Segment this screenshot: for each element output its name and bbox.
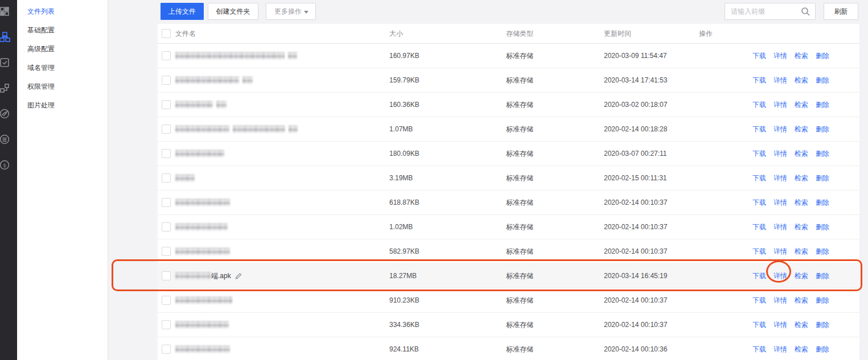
menu-item-2[interactable]: 高级配置: [17, 40, 108, 59]
action-link-3[interactable]: 删除: [816, 173, 829, 183]
action-link-2[interactable]: 检索: [795, 149, 808, 159]
action-link-2[interactable]: 检索: [795, 296, 808, 305]
prefix-search-input[interactable]: [725, 3, 798, 19]
action-link-3[interactable]: 删除: [816, 222, 829, 232]
redacted-file-name-block: [175, 175, 195, 182]
action-link-0[interactable]: 下载: [752, 100, 766, 110]
share-network-icon[interactable]: [0, 82, 11, 94]
select-all-checkbox[interactable]: [162, 29, 171, 38]
action-link-2[interactable]: 检索: [795, 271, 808, 281]
action-link-1[interactable]: 详情: [774, 271, 787, 281]
more-actions-dropdown[interactable]: 更多操作: [266, 3, 316, 20]
action-link-3[interactable]: 删除: [816, 100, 829, 110]
action-link-0[interactable]: 下载: [752, 198, 766, 208]
icon-rail: $: [0, 0, 17, 360]
row-checkbox[interactable]: [162, 125, 171, 134]
action-link-1[interactable]: 详情: [774, 149, 787, 159]
row-checkbox[interactable]: [162, 51, 171, 60]
action-link-1[interactable]: 详情: [774, 296, 787, 305]
action-link-0[interactable]: 下载: [752, 222, 766, 232]
action-link-2[interactable]: 检索: [795, 51, 808, 61]
redacted-file-name-block: [175, 321, 229, 329]
action-link-3[interactable]: 删除: [816, 320, 829, 330]
row-checkbox[interactable]: [162, 345, 171, 354]
action-link-1[interactable]: 详情: [774, 100, 787, 110]
row-checkbox[interactable]: [162, 320, 171, 329]
billing-dollar-icon[interactable]: $: [0, 159, 11, 171]
menu-item-3[interactable]: 域名管理: [17, 59, 108, 77]
action-link-0[interactable]: 下载: [752, 149, 766, 159]
cdn-globe-icon[interactable]: [0, 107, 11, 120]
row-checkbox[interactable]: [162, 271, 171, 280]
bucket-menu: 文件列表基础配置高级配置域名管理权限管理图片处理: [17, 0, 108, 360]
action-link-1[interactable]: 详情: [774, 51, 787, 61]
rename-pencil-icon[interactable]: [235, 272, 242, 280]
row-checkbox[interactable]: [162, 222, 171, 231]
row-checkbox[interactable]: [162, 100, 171, 109]
search-icon[interactable]: [801, 7, 811, 16]
action-link-3[interactable]: 删除: [816, 247, 829, 256]
action-link-3[interactable]: 删除: [816, 345, 829, 354]
action-link-2[interactable]: 检索: [795, 247, 808, 256]
action-link-0[interactable]: 下载: [752, 173, 766, 183]
action-link-0[interactable]: 下载: [752, 320, 766, 330]
menu-item-4[interactable]: 权限管理: [17, 77, 108, 96]
action-link-2[interactable]: 检索: [795, 198, 808, 208]
cos-storage-icon[interactable]: [0, 31, 11, 43]
dashboard-grid-icon[interactable]: [0, 5, 11, 18]
file-name-text: 端.apk: [211, 271, 231, 281]
action-link-1[interactable]: 详情: [774, 222, 787, 232]
action-link-0[interactable]: 下载: [752, 125, 766, 134]
action-link-2[interactable]: 检索: [795, 320, 808, 330]
action-link-2[interactable]: 检索: [795, 125, 808, 134]
file-name: [175, 150, 224, 158]
menu-item-1[interactable]: 基础配置: [17, 21, 108, 40]
action-link-3[interactable]: 删除: [816, 296, 829, 305]
action-link-2[interactable]: 检索: [795, 100, 808, 110]
update-time: 2020-02-14 00:10:37: [604, 247, 667, 255]
action-link-1[interactable]: 详情: [774, 247, 787, 256]
action-link-3[interactable]: 删除: [816, 198, 829, 208]
action-link-1[interactable]: 详情: [774, 198, 787, 208]
action-link-0[interactable]: 下载: [752, 76, 766, 85]
action-link-3[interactable]: 删除: [816, 149, 829, 159]
row-checkbox[interactable]: [162, 296, 171, 305]
action-link-0[interactable]: 下载: [752, 271, 766, 281]
upload-file-button[interactable]: 上传文件: [161, 3, 204, 20]
action-link-2[interactable]: 检索: [795, 222, 808, 232]
server-list-icon[interactable]: [0, 133, 11, 146]
row-checkbox[interactable]: [162, 76, 171, 85]
row-checkbox[interactable]: [162, 198, 171, 207]
action-link-3[interactable]: 删除: [816, 271, 829, 281]
action-link-3[interactable]: 删除: [816, 51, 829, 61]
action-link-2[interactable]: 检索: [795, 173, 808, 183]
action-link-1[interactable]: 详情: [774, 76, 787, 85]
action-link-3[interactable]: 删除: [816, 76, 829, 85]
action-link-1[interactable]: 详情: [774, 345, 787, 354]
create-folder-button[interactable]: 创建文件夹: [208, 3, 258, 20]
action-link-3[interactable]: 删除: [816, 125, 829, 134]
menu-item-0[interactable]: 文件列表: [17, 2, 108, 21]
action-link-1[interactable]: 详情: [774, 320, 787, 330]
menu-item-5[interactable]: 图片处理: [17, 96, 108, 115]
row-checkbox[interactable]: [162, 173, 171, 183]
file-size: 3.19MB: [389, 174, 413, 182]
file-name: [175, 346, 230, 353]
action-link-0[interactable]: 下载: [752, 247, 766, 256]
action-link-0[interactable]: 下载: [752, 51, 766, 61]
action-link-2[interactable]: 检索: [795, 76, 808, 85]
row-checkbox[interactable]: [162, 247, 171, 256]
action-link-1[interactable]: 详情: [774, 125, 787, 134]
redacted-file-name-block: [175, 150, 224, 158]
row-actions: 下载详情检索删除: [752, 222, 829, 232]
file-size: 160.97KB: [389, 52, 419, 60]
action-link-1[interactable]: 详情: [774, 173, 787, 183]
storage-type: 标准存储: [506, 345, 533, 354]
action-link-2[interactable]: 检索: [795, 345, 808, 354]
file-name: [175, 297, 232, 304]
action-link-0[interactable]: 下载: [752, 345, 766, 354]
refresh-button[interactable]: 刷新: [824, 3, 858, 20]
row-checkbox[interactable]: [162, 149, 171, 158]
action-link-0[interactable]: 下载: [752, 296, 766, 305]
checkbox-task-icon[interactable]: [0, 56, 11, 69]
